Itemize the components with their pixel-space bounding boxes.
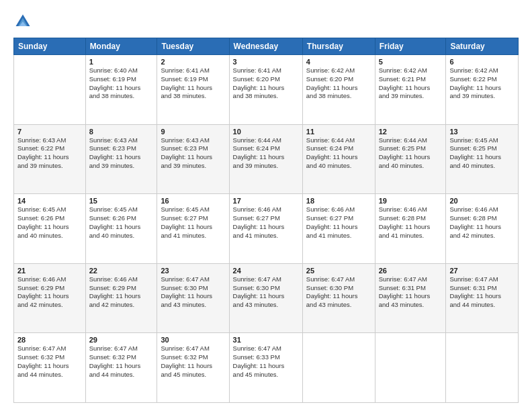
day-info: Sunrise: 6:45 AM Sunset: 6:25 PM Dayligh… <box>449 136 515 171</box>
day-info: Sunrise: 6:46 AM Sunset: 6:29 PM Dayligh… <box>17 275 82 310</box>
calendar-cell: 30Sunrise: 6:47 AM Sunset: 6:32 PM Dayli… <box>157 333 229 403</box>
day-info: Sunrise: 6:44 AM Sunset: 6:25 PM Dayligh… <box>379 136 443 171</box>
calendar-cell: 19Sunrise: 6:46 AM Sunset: 6:28 PM Dayli… <box>375 194 446 264</box>
column-header-saturday: Saturday <box>446 38 519 55</box>
calendar-cell: 13Sunrise: 6:45 AM Sunset: 6:25 PM Dayli… <box>446 124 519 194</box>
column-header-monday: Monday <box>85 38 157 55</box>
calendar-week-3: 14Sunrise: 6:45 AM Sunset: 6:26 PM Dayli… <box>14 194 519 264</box>
day-number: 20 <box>449 197 515 205</box>
day-info: Sunrise: 6:47 AM Sunset: 6:32 PM Dayligh… <box>89 345 154 379</box>
calendar-cell: 18Sunrise: 6:46 AM Sunset: 6:27 PM Dayli… <box>302 194 375 264</box>
logo <box>13 12 35 31</box>
column-header-thursday: Thursday <box>302 38 375 55</box>
day-number: 19 <box>379 197 443 205</box>
day-number: 10 <box>233 128 299 136</box>
calendar: SundayMondayTuesdayWednesdayThursdayFrid… <box>13 38 519 403</box>
calendar-cell: 9Sunrise: 6:43 AM Sunset: 6:23 PM Daylig… <box>157 124 229 194</box>
column-header-sunday: Sunday <box>14 38 86 55</box>
day-number: 12 <box>379 128 443 136</box>
day-number: 15 <box>89 197 154 205</box>
day-info: Sunrise: 6:44 AM Sunset: 6:24 PM Dayligh… <box>306 136 371 171</box>
day-number: 8 <box>89 128 154 136</box>
day-number: 4 <box>306 58 371 66</box>
calendar-cell: 27Sunrise: 6:47 AM Sunset: 6:31 PM Dayli… <box>446 263 519 333</box>
calendar-cell <box>14 55 86 125</box>
day-number: 1 <box>89 58 154 66</box>
day-info: Sunrise: 6:47 AM Sunset: 6:31 PM Dayligh… <box>449 275 515 310</box>
calendar-cell: 7Sunrise: 6:43 AM Sunset: 6:22 PM Daylig… <box>14 124 86 194</box>
day-info: Sunrise: 6:47 AM Sunset: 6:32 PM Dayligh… <box>161 345 225 379</box>
day-info: Sunrise: 6:46 AM Sunset: 6:28 PM Dayligh… <box>449 205 515 240</box>
calendar-cell: 14Sunrise: 6:45 AM Sunset: 6:26 PM Dayli… <box>14 194 86 264</box>
day-number: 27 <box>449 267 515 275</box>
day-info: Sunrise: 6:45 AM Sunset: 6:26 PM Dayligh… <box>17 205 82 240</box>
day-number: 3 <box>233 58 299 66</box>
day-number: 18 <box>306 197 371 205</box>
calendar-cell: 31Sunrise: 6:47 AM Sunset: 6:33 PM Dayli… <box>229 333 302 403</box>
day-info: Sunrise: 6:41 AM Sunset: 6:19 PM Dayligh… <box>161 66 225 101</box>
day-number: 9 <box>161 128 225 136</box>
day-info: Sunrise: 6:47 AM Sunset: 6:31 PM Dayligh… <box>379 275 443 310</box>
day-number: 22 <box>89 267 154 275</box>
calendar-cell: 29Sunrise: 6:47 AM Sunset: 6:32 PM Dayli… <box>85 333 157 403</box>
page: SundayMondayTuesdayWednesdayThursdayFrid… <box>0 0 532 411</box>
calendar-cell: 23Sunrise: 6:47 AM Sunset: 6:30 PM Dayli… <box>157 263 229 333</box>
day-info: Sunrise: 6:47 AM Sunset: 6:33 PM Dayligh… <box>233 345 299 379</box>
calendar-cell: 8Sunrise: 6:43 AM Sunset: 6:23 PM Daylig… <box>85 124 157 194</box>
calendar-cell: 2Sunrise: 6:41 AM Sunset: 6:19 PM Daylig… <box>157 55 229 125</box>
calendar-cell: 22Sunrise: 6:46 AM Sunset: 6:29 PM Dayli… <box>85 263 157 333</box>
day-info: Sunrise: 6:47 AM Sunset: 6:32 PM Dayligh… <box>17 345 82 379</box>
calendar-cell <box>375 333 446 403</box>
day-info: Sunrise: 6:41 AM Sunset: 6:20 PM Dayligh… <box>233 66 299 101</box>
day-number: 11 <box>306 128 371 136</box>
calendar-cell: 10Sunrise: 6:44 AM Sunset: 6:24 PM Dayli… <box>229 124 302 194</box>
day-number: 13 <box>449 128 515 136</box>
day-info: Sunrise: 6:42 AM Sunset: 6:22 PM Dayligh… <box>449 66 515 101</box>
calendar-cell: 25Sunrise: 6:47 AM Sunset: 6:30 PM Dayli… <box>302 263 375 333</box>
calendar-cell: 16Sunrise: 6:45 AM Sunset: 6:27 PM Dayli… <box>157 194 229 264</box>
calendar-cell: 3Sunrise: 6:41 AM Sunset: 6:20 PM Daylig… <box>229 55 302 125</box>
calendar-cell: 24Sunrise: 6:47 AM Sunset: 6:30 PM Dayli… <box>229 263 302 333</box>
calendar-cell: 26Sunrise: 6:47 AM Sunset: 6:31 PM Dayli… <box>375 263 446 333</box>
calendar-cell <box>302 333 375 403</box>
day-info: Sunrise: 6:46 AM Sunset: 6:28 PM Dayligh… <box>379 205 443 240</box>
calendar-cell: 28Sunrise: 6:47 AM Sunset: 6:32 PM Dayli… <box>14 333 86 403</box>
day-info: Sunrise: 6:47 AM Sunset: 6:30 PM Dayligh… <box>233 275 299 310</box>
day-number: 29 <box>89 336 154 344</box>
day-number: 2 <box>161 58 225 66</box>
day-info: Sunrise: 6:40 AM Sunset: 6:19 PM Dayligh… <box>89 66 154 101</box>
day-info: Sunrise: 6:43 AM Sunset: 6:22 PM Dayligh… <box>17 136 82 171</box>
calendar-cell: 5Sunrise: 6:42 AM Sunset: 6:21 PM Daylig… <box>375 55 446 125</box>
day-number: 5 <box>379 58 443 66</box>
day-info: Sunrise: 6:46 AM Sunset: 6:27 PM Dayligh… <box>306 205 371 240</box>
column-header-wednesday: Wednesday <box>229 38 302 55</box>
calendar-cell: 4Sunrise: 6:42 AM Sunset: 6:20 PM Daylig… <box>302 55 375 125</box>
day-info: Sunrise: 6:46 AM Sunset: 6:29 PM Dayligh… <box>89 275 154 310</box>
header <box>13 12 519 31</box>
calendar-cell: 6Sunrise: 6:42 AM Sunset: 6:22 PM Daylig… <box>446 55 519 125</box>
day-info: Sunrise: 6:43 AM Sunset: 6:23 PM Dayligh… <box>161 136 225 171</box>
day-number: 6 <box>449 58 515 66</box>
calendar-cell: 11Sunrise: 6:44 AM Sunset: 6:24 PM Dayli… <box>302 124 375 194</box>
day-number: 26 <box>379 267 443 275</box>
calendar-week-4: 21Sunrise: 6:46 AM Sunset: 6:29 PM Dayli… <box>14 263 519 333</box>
day-number: 16 <box>161 197 225 205</box>
day-info: Sunrise: 6:47 AM Sunset: 6:30 PM Dayligh… <box>306 275 371 310</box>
calendar-cell: 17Sunrise: 6:46 AM Sunset: 6:27 PM Dayli… <box>229 194 302 264</box>
day-number: 25 <box>306 267 371 275</box>
day-number: 14 <box>17 197 82 205</box>
day-info: Sunrise: 6:45 AM Sunset: 6:26 PM Dayligh… <box>89 205 154 240</box>
column-header-friday: Friday <box>375 38 446 55</box>
calendar-cell: 21Sunrise: 6:46 AM Sunset: 6:29 PM Dayli… <box>14 263 86 333</box>
calendar-cell: 1Sunrise: 6:40 AM Sunset: 6:19 PM Daylig… <box>85 55 157 125</box>
day-number: 21 <box>17 267 82 275</box>
day-info: Sunrise: 6:46 AM Sunset: 6:27 PM Dayligh… <box>233 205 299 240</box>
day-info: Sunrise: 6:43 AM Sunset: 6:23 PM Dayligh… <box>89 136 154 171</box>
calendar-week-5: 28Sunrise: 6:47 AM Sunset: 6:32 PM Dayli… <box>14 333 519 403</box>
calendar-week-2: 7Sunrise: 6:43 AM Sunset: 6:22 PM Daylig… <box>14 124 519 194</box>
day-info: Sunrise: 6:42 AM Sunset: 6:21 PM Dayligh… <box>379 66 443 101</box>
calendar-cell: 20Sunrise: 6:46 AM Sunset: 6:28 PM Dayli… <box>446 194 519 264</box>
calendar-cell: 15Sunrise: 6:45 AM Sunset: 6:26 PM Dayli… <box>85 194 157 264</box>
day-number: 23 <box>161 267 225 275</box>
calendar-cell <box>446 333 519 403</box>
